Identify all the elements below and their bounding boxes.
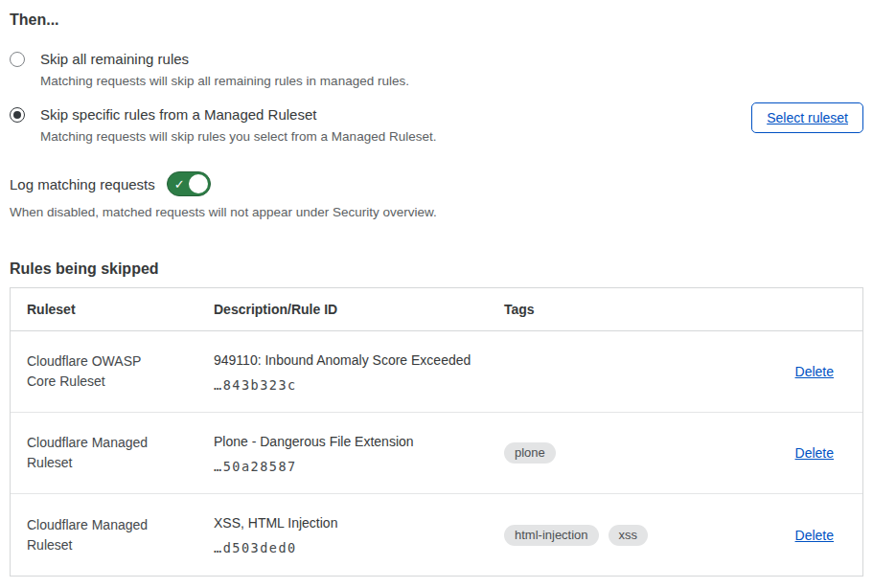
column-header-description: Description/Rule ID — [214, 302, 504, 317]
check-icon: ✓ — [174, 177, 186, 189]
tag-pill: plone — [504, 442, 556, 464]
tag-pill: html-injection — [504, 525, 599, 546]
action-radio-group: Skip all remaining rules Matching reques… — [10, 50, 863, 145]
rule-id: …d503ded0 — [214, 540, 504, 555]
radio-label-skip-all[interactable]: Skip all remaining rules — [40, 50, 863, 68]
radio-button-selected[interactable] — [10, 107, 25, 123]
rules-table: Ruleset Description/Rule ID Tags Cloudfl… — [10, 287, 863, 577]
column-header-ruleset: Ruleset — [11, 302, 214, 317]
radio-option-skip-specific[interactable]: Skip specific rules from a Managed Rules… — [10, 105, 863, 145]
log-matching-toggle[interactable]: ✓ — [167, 171, 211, 196]
table-row: Cloudflare Managed Ruleset Plone - Dange… — [11, 413, 862, 494]
radio-option-skip-all[interactable]: Skip all remaining rules Matching reques… — [10, 50, 863, 89]
waf-rule-then-panel: Then... Skip all remaining rules Matchin… — [0, 0, 873, 588]
rule-description: 949110: Inbound Anomaly Score Exceeded — [214, 351, 504, 369]
tags-cell: html-injection xss — [504, 525, 791, 546]
rules-skipped-heading: Rules being skipped — [10, 260, 863, 278]
table-header-row: Ruleset Description/Rule ID Tags — [11, 288, 862, 331]
select-ruleset-button[interactable]: Select ruleset — [751, 102, 863, 133]
column-header-tags: Tags — [504, 302, 791, 317]
delete-link[interactable]: Delete — [795, 528, 834, 543]
rule-id: …843b323c — [214, 377, 504, 393]
rule-description: XSS, HTML Injection — [214, 514, 504, 531]
rule-id: …50a28587 — [214, 459, 504, 474]
log-matching-description: When disabled, matched requests will not… — [10, 205, 863, 219]
rule-description: Plone - Dangerous File Extension — [214, 433, 504, 450]
toggle-knob — [189, 174, 208, 193]
delete-link[interactable]: Delete — [795, 445, 834, 461]
tags-cell: plone — [504, 442, 791, 464]
log-matching-row: Log matching requests ✓ — [10, 171, 863, 196]
then-heading: Then... — [10, 11, 863, 29]
radio-button-unselected[interactable] — [10, 52, 25, 67]
table-row: Cloudflare OWASP Core Ruleset 949110: In… — [11, 331, 862, 413]
table-row: Cloudflare Managed Ruleset XSS, HTML Inj… — [11, 494, 862, 576]
log-matching-label: Log matching requests — [10, 176, 155, 192]
ruleset-cell: Cloudflare OWASP Core Ruleset — [11, 351, 169, 392]
radio-label-skip-specific[interactable]: Skip specific rules from a Managed Rules… — [40, 105, 673, 124]
delete-link[interactable]: Delete — [795, 364, 834, 379]
ruleset-cell: Cloudflare Managed Ruleset — [11, 433, 169, 473]
radio-desc-skip-all: Matching requests will skip all remainin… — [40, 73, 863, 89]
radio-desc-skip-specific: Matching requests will skip rules you se… — [40, 128, 673, 145]
tag-pill: xss — [609, 525, 649, 546]
ruleset-cell: Cloudflare Managed Ruleset — [11, 515, 169, 555]
